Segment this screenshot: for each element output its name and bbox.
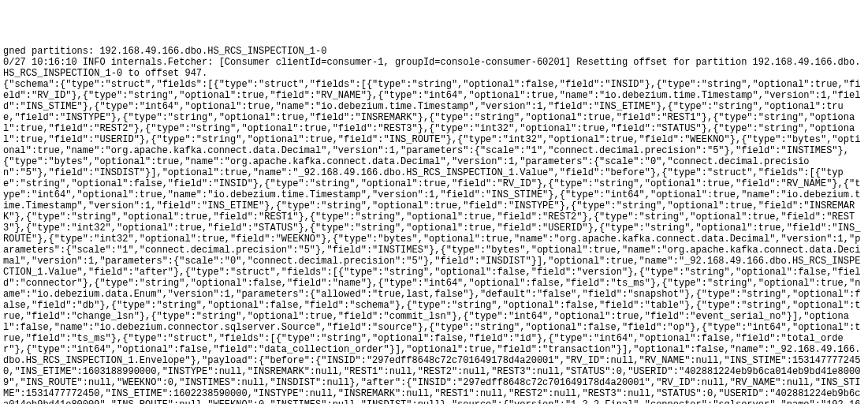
log-partial-top: gned partitions: 192.168.49.166.dbo.HS_R… — [3, 46, 865, 57]
terminal-output[interactable]: gned partitions: 192.168.49.166.dbo.HS_R… — [0, 44, 868, 404]
kafka-json-payload: {"schema":{"type":"struct","fields":[{"t… — [3, 79, 865, 404]
log-info-line: 0/27 10:16:10 INFO internals.Fetcher: [C… — [3, 57, 865, 79]
